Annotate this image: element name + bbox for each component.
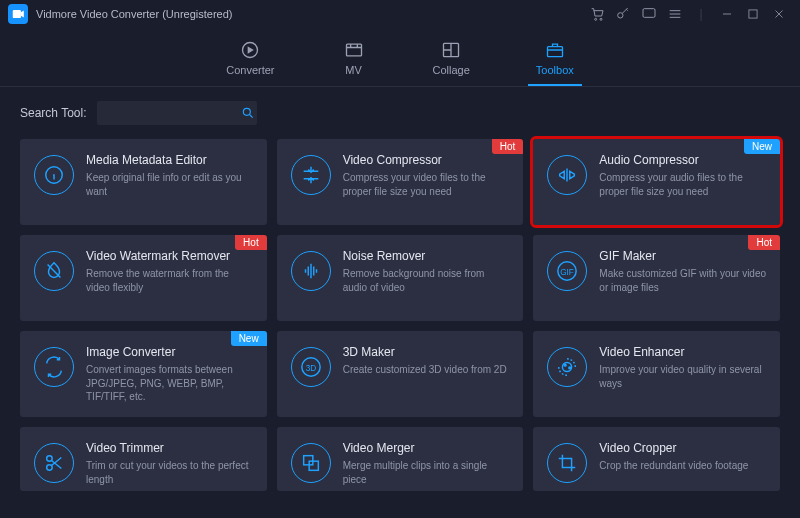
tab-label: Converter (226, 64, 274, 76)
menu-icon[interactable] (662, 1, 688, 27)
tool-title: Video Trimmer (86, 441, 255, 455)
collage-icon (438, 40, 464, 60)
tool-gif-maker[interactable]: Hot GIF GIF Maker Make customized GIF wi… (533, 235, 780, 321)
info-icon (34, 155, 74, 195)
crop-icon (547, 443, 587, 483)
svg-text:3D: 3D (305, 364, 316, 373)
tool-desc: Keep original file info or edit as you w… (86, 171, 255, 198)
tab-collage[interactable]: Collage (425, 34, 478, 86)
tool-title: Audio Compressor (599, 153, 768, 167)
tool-desc: Remove the watermark from the video flex… (86, 267, 255, 294)
svg-point-3 (618, 13, 623, 18)
tool-title: Image Converter (86, 345, 255, 359)
tool-title: Video Watermark Remover (86, 249, 255, 263)
tab-toolbox[interactable]: Toolbox (528, 34, 582, 86)
tool-title: Video Enhancer (599, 345, 768, 359)
tool-desc: Create customized 3D video from 2D (343, 363, 507, 377)
tool-video-merger[interactable]: Video Merger Merge multiple clips into a… (277, 427, 524, 491)
svg-point-1 (595, 18, 597, 20)
tab-converter[interactable]: Converter (218, 34, 282, 86)
svg-text:GIF: GIF (560, 268, 574, 277)
tool-media-metadata-editor[interactable]: Media Metadata Editor Keep original file… (20, 139, 267, 225)
key-icon[interactable] (610, 1, 636, 27)
svg-rect-22 (309, 461, 318, 470)
search-row: Search Tool: (0, 87, 800, 135)
svg-rect-0 (13, 10, 21, 18)
new-badge: New (744, 139, 780, 154)
tab-label: MV (345, 64, 362, 76)
svg-point-10 (243, 108, 250, 115)
tool-desc: Convert images formats between JPG/JPEG,… (86, 363, 255, 404)
search-icon[interactable] (241, 106, 255, 120)
tab-label: Toolbox (536, 64, 574, 76)
merge-icon (291, 443, 331, 483)
divider: | (688, 1, 714, 27)
search-label: Search Tool: (20, 106, 87, 120)
tool-desc: Trim or cut your videos to the perfect l… (86, 459, 255, 486)
minimize-button[interactable] (714, 1, 740, 27)
search-box[interactable] (97, 101, 257, 125)
svg-rect-21 (303, 456, 312, 465)
tool-watermark-remover[interactable]: Hot Video Watermark Remover Remove the w… (20, 235, 267, 321)
compress-icon (291, 155, 331, 195)
converter-icon (237, 40, 263, 60)
watermark-icon (34, 251, 74, 291)
hot-badge: Hot (235, 235, 267, 250)
tool-desc: Improve your video quality in several wa… (599, 363, 768, 390)
tool-desc: Merge multiple clips into a single piece (343, 459, 512, 486)
feedback-icon[interactable] (636, 1, 662, 27)
app-title: Vidmore Video Converter (Unregistered) (36, 8, 232, 20)
tool-3d-maker[interactable]: 3D 3D Maker Create customized 3D video f… (277, 331, 524, 417)
tool-video-trimmer[interactable]: Video Trimmer Trim or cut your videos to… (20, 427, 267, 491)
app-logo-icon (8, 4, 28, 24)
tool-image-converter[interactable]: New Image Converter Convert images forma… (20, 331, 267, 417)
svg-rect-5 (749, 10, 757, 18)
toolbox-icon (542, 40, 568, 60)
audio-compress-icon (547, 155, 587, 195)
search-input[interactable] (103, 107, 241, 119)
svg-point-2 (600, 18, 602, 20)
tool-title: Video Compressor (343, 153, 512, 167)
svg-rect-7 (346, 44, 361, 56)
3d-icon: 3D (291, 347, 331, 387)
svg-point-18 (569, 367, 571, 369)
tool-title: 3D Maker (343, 345, 507, 359)
maximize-button[interactable] (740, 1, 766, 27)
tool-desc: Make customized GIF with your video or i… (599, 267, 768, 294)
titlebar: Vidmore Video Converter (Unregistered) | (0, 0, 800, 28)
tool-audio-compressor[interactable]: New Audio Compressor Compress your audio… (533, 139, 780, 225)
trim-icon (34, 443, 74, 483)
enhance-icon (547, 347, 587, 387)
tool-desc: Remove background noise from audio of vi… (343, 267, 512, 294)
tool-video-compressor[interactable]: Hot Video Compressor Compress your video… (277, 139, 524, 225)
tool-title: Media Metadata Editor (86, 153, 255, 167)
tool-desc: Compress your audio files to the proper … (599, 171, 768, 198)
tool-title: Video Cropper (599, 441, 748, 455)
hot-badge: Hot (748, 235, 780, 250)
svg-point-17 (565, 364, 567, 366)
image-convert-icon (34, 347, 74, 387)
hot-badge: Hot (492, 139, 524, 154)
tool-video-cropper[interactable]: Video Cropper Crop the redundant video f… (533, 427, 780, 491)
mv-icon (341, 40, 367, 60)
svg-rect-9 (547, 47, 562, 57)
tool-title: Noise Remover (343, 249, 512, 263)
new-badge: New (231, 331, 267, 346)
tool-grid: Media Metadata Editor Keep original file… (0, 135, 800, 491)
tool-title: Video Merger (343, 441, 512, 455)
gif-icon: GIF (547, 251, 587, 291)
tab-label: Collage (433, 64, 470, 76)
tool-title: GIF Maker (599, 249, 768, 263)
tool-video-enhancer[interactable]: Video Enhancer Improve your video qualit… (533, 331, 780, 417)
close-button[interactable] (766, 1, 792, 27)
tool-noise-remover[interactable]: Noise Remover Remove background noise fr… (277, 235, 524, 321)
cart-icon[interactable] (584, 1, 610, 27)
tool-desc: Compress your video files to the proper … (343, 171, 512, 198)
tab-mv[interactable]: MV (333, 34, 375, 86)
tool-desc: Crop the redundant video footage (599, 459, 748, 473)
main-tabs: Converter MV Collage Toolbox (0, 28, 800, 87)
noise-icon (291, 251, 331, 291)
